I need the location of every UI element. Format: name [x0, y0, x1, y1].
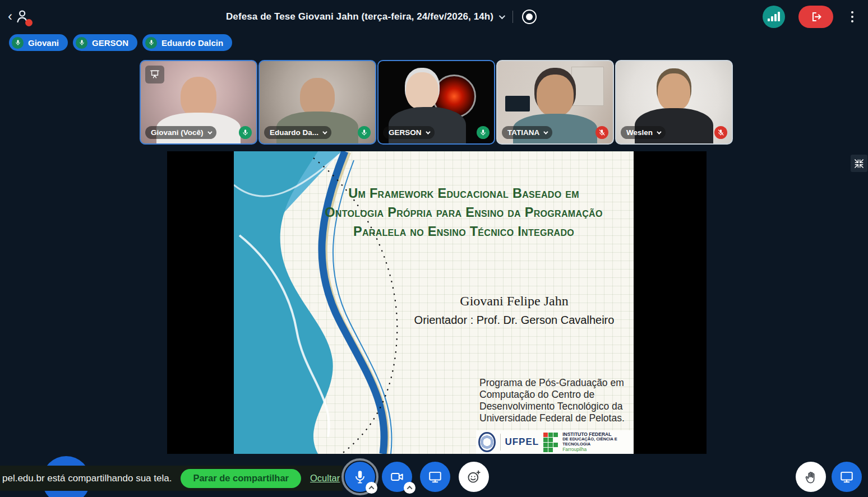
- camera-icon: [390, 470, 404, 484]
- meeting-title: Defesa de Tese Giovani Jahn (terça-feira…: [226, 11, 493, 22]
- slide-author: Giovani Felipe Jahn: [402, 294, 626, 309]
- mic-on-icon: [239, 126, 252, 139]
- video-tile-gerson[interactable]: GERSON: [377, 60, 495, 145]
- chevron-down-icon: [657, 129, 661, 134]
- signal-bar-icon: [774, 14, 777, 21]
- ufpel-seal-logo: [478, 432, 496, 452]
- participant-video: [181, 77, 216, 117]
- mic-on-icon: [76, 37, 87, 49]
- mic-on-icon: [12, 37, 24, 49]
- logo-divider: [500, 434, 501, 450]
- camera-options-badge[interactable]: [404, 482, 415, 494]
- participant-name-menu[interactable]: GERSON: [383, 126, 435, 139]
- mic-off-icon: [714, 126, 727, 139]
- top-bar: ‹ Defesa de Tese Giovani Jahn (terça-fei…: [0, 0, 868, 34]
- raise-hand-button[interactable]: [796, 462, 826, 492]
- active-speaker-chips: Giovani GERSON Eduardo Dalcin: [9, 34, 232, 51]
- chevron-down-icon: [322, 129, 327, 134]
- instituto-federal-logo: [543, 433, 558, 452]
- minimize-presentation-button[interactable]: [851, 155, 867, 172]
- slide-program-text: Programa de Pós-Graduação em Computação …: [479, 377, 634, 424]
- speaker-chip[interactable]: Giovani: [9, 34, 68, 51]
- meeting-app: { "header": { "title": "Defesa de Tese G…: [0, 0, 868, 497]
- chevron-down-icon: [543, 129, 548, 134]
- hand-icon: [804, 470, 819, 485]
- video-tile-giovani[interactable]: Giovani (Você): [140, 60, 257, 145]
- presentation-slide: Um Framework Educacional Baseado em Onto…: [234, 151, 634, 454]
- mic-on-icon: [145, 37, 157, 49]
- screen-share-icon: [428, 470, 442, 484]
- speaker-chip[interactable]: GERSON: [73, 34, 137, 51]
- participant-video: [505, 96, 530, 112]
- mic-options-badge[interactable]: [366, 482, 377, 494]
- participant-video: [406, 72, 438, 109]
- header-divider: [513, 11, 513, 23]
- stop-sharing-button[interactable]: Parar de compartilhar: [181, 469, 301, 488]
- slide-advisor: Orientador : Prof. Dr. Gerson Cavalheiro: [385, 314, 634, 327]
- signal-bar-icon: [768, 18, 770, 21]
- ufpel-wordmark: UFPEL: [505, 436, 539, 448]
- video-tile-tatiana[interactable]: TATIANA: [496, 60, 614, 145]
- screen-share-button[interactable]: [420, 462, 450, 492]
- participant-video: [658, 73, 690, 110]
- shared-screen-stage: Um Framework Educacional Baseado em Onto…: [167, 151, 707, 454]
- participant-name-menu[interactable]: Weslen: [621, 126, 666, 139]
- signal-bar-icon: [778, 12, 780, 21]
- video-tile-weslen[interactable]: Weslen: [615, 60, 733, 145]
- mic-off-icon: [595, 126, 608, 139]
- smiley-plus-icon: [466, 469, 482, 485]
- signal-bar-icon: [771, 16, 773, 21]
- video-tile-eduardo[interactable]: Eduardo Da...: [258, 60, 376, 145]
- collapse-icon: [853, 158, 865, 169]
- mic-icon: [353, 470, 367, 484]
- reactions-button[interactable]: [459, 462, 489, 492]
- mic-on-icon: [358, 126, 371, 139]
- instituto-federal-text: INSTITUTO FEDERAL DE EDUCAÇÃO, CIÊNCIA E…: [562, 432, 631, 453]
- hide-banner-link[interactable]: Ocultar: [310, 473, 340, 484]
- screen-share-badge: [145, 66, 164, 83]
- participant-video: [571, 67, 604, 106]
- connection-quality-button[interactable]: [763, 6, 785, 28]
- slide-logo-bar: UFPEL INSTITUTO FEDERAL DE EDUCAÇÃO, CIÊ…: [476, 430, 634, 454]
- chevron-down-icon: [426, 129, 430, 134]
- record-button[interactable]: [522, 10, 537, 24]
- chevron-down-icon: [207, 129, 212, 134]
- mic-on-icon: [477, 126, 490, 139]
- participant-video: [300, 78, 335, 116]
- leave-meeting-button[interactable]: [798, 6, 833, 28]
- participant-name-menu[interactable]: TATIANA: [502, 126, 552, 139]
- participant-name-menu[interactable]: Giovani (Você): [145, 126, 216, 139]
- layout-monitor-button[interactable]: [832, 462, 862, 492]
- title-chevron-down-icon[interactable]: [499, 13, 505, 19]
- participant-video: [537, 75, 574, 116]
- monitor-icon: [839, 470, 854, 484]
- options-menu-button[interactable]: [847, 9, 858, 25]
- speaker-chip[interactable]: Eduardo Dalcin: [142, 34, 232, 51]
- browser-share-banner: pel.edu.br está compartilhando sua tela.…: [0, 466, 343, 491]
- video-tiles-row: Giovani (Você) Eduardo Da... GERSON: [140, 60, 733, 145]
- leave-icon: [809, 10, 823, 24]
- share-message: pel.edu.br está compartilhando sua tela.: [2, 473, 172, 484]
- participant-name-menu[interactable]: Eduardo Da...: [264, 126, 331, 139]
- slide-title: Um Framework Educacional Baseado em Onto…: [307, 184, 621, 241]
